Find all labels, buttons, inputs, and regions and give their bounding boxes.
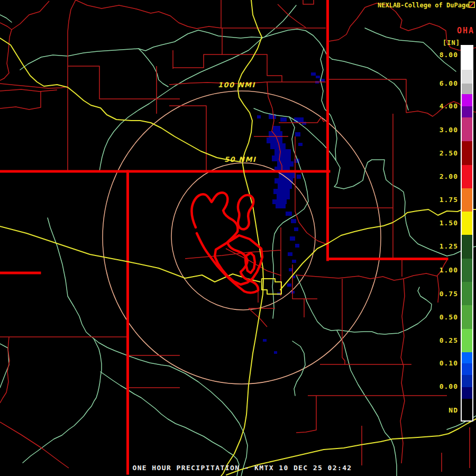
- colorbar-segment: [462, 212, 472, 235]
- range-ring-inner-label: 50 NMI: [224, 155, 256, 163]
- colorbar-segment: [462, 106, 472, 117]
- colorbar-segment: [462, 84, 472, 94]
- colorbar-segment: [462, 94, 472, 106]
- highway-lines: [0, 0, 476, 476]
- colorbar-label: 0.00: [440, 382, 458, 390]
- colorbar-segment: [462, 70, 472, 84]
- colorbar-segment: [462, 117, 472, 141]
- colorbar-segment: [462, 399, 472, 420]
- colorbar-segment: [462, 46, 472, 70]
- status-bar-text: ONE HOUR PRECIPITATION - KMTX 10 DEC 25 …: [132, 464, 352, 472]
- colorbar-label: ND: [448, 406, 458, 414]
- colorbar-label: 1.50: [440, 219, 458, 227]
- colorbar-segment: [462, 375, 472, 387]
- state-borders: [0, 0, 447, 473]
- colorbar-label: 0.50: [440, 313, 458, 321]
- precipitation-echoes: [257, 72, 325, 354]
- colorbar-segment: [462, 363, 472, 375]
- colorbar-segment: [462, 259, 472, 282]
- colorbar-label: 8.00: [440, 51, 458, 59]
- colorbar-label: 1.25: [440, 242, 458, 250]
- colorbar-label: 4.00: [440, 102, 458, 110]
- colorbar-label: 0.75: [440, 290, 458, 298]
- urban-area-box: [262, 279, 281, 294]
- colorbar-segment: [462, 141, 472, 165]
- colorbar-segment: [462, 165, 472, 188]
- radar-map: [0, 0, 476, 476]
- colorbar-label: 0.10: [440, 359, 458, 367]
- dupage-logo-icon: [469, 2, 475, 8]
- radar-display: NEXLAB-College of DuPage OHA [IN] 100 NM…: [0, 0, 476, 476]
- colorbar-segment: [462, 305, 472, 329]
- product-units: [IN]: [443, 39, 460, 47]
- range-ring-outer-label: 100 NMI: [218, 81, 255, 89]
- colorbar-label: 3.00: [440, 126, 458, 134]
- colorbar-segment: [462, 352, 472, 363]
- colorbar-label: 2.50: [440, 149, 458, 157]
- colorbar: [461, 45, 473, 422]
- lake-outline: [192, 193, 262, 292]
- colorbar-label: 2.00: [440, 172, 458, 180]
- colorbar-segment: [462, 329, 472, 352]
- river-lines: [0, 5, 476, 476]
- colorbar-label: 0.25: [440, 336, 458, 344]
- colorbar-label: 6.00: [440, 79, 458, 87]
- colorbar-label: 1.75: [440, 196, 458, 204]
- colorbar-segment: [462, 188, 472, 212]
- header-title: NEXLAB-College of DuPage: [378, 2, 469, 9]
- colorbar-label: 1.00: [440, 266, 458, 274]
- product-code: OHA: [457, 26, 474, 35]
- colorbar-segment: [462, 282, 472, 305]
- colorbar-segment: [462, 387, 472, 399]
- colorbar-segment: [462, 235, 472, 259]
